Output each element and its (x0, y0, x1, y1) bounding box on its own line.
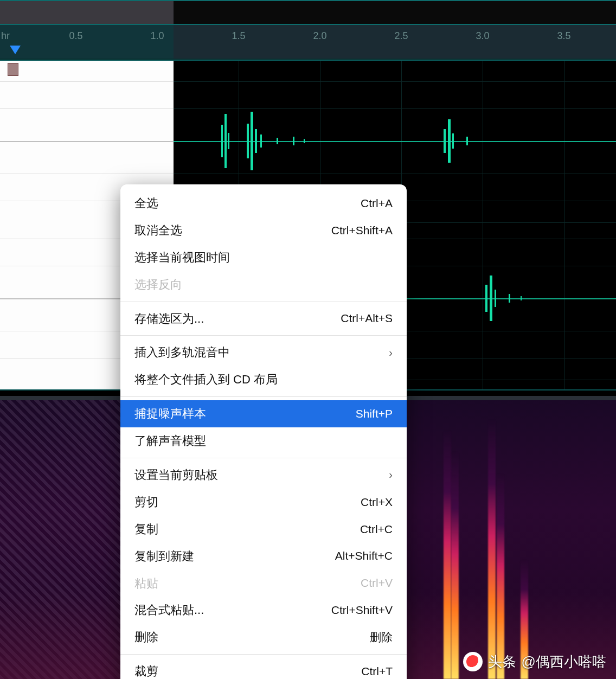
playhead-icon[interactable] (10, 46, 21, 54)
menu-item-shortcut: Alt+Shift+C (335, 548, 393, 564)
menu-item-label: 设置当前剪贴板 (134, 466, 218, 484)
menu-item-shortcut: Ctrl+V (361, 575, 393, 591)
marker-flag-icon[interactable] (8, 63, 18, 76)
menu-item: 粘贴Ctrl+V (120, 570, 407, 597)
spectrogram-energy (488, 419, 496, 679)
chevron-right-icon: › (389, 345, 393, 361)
context-menu: 全选Ctrl+A取消全选Ctrl+Shift+A选择当前视图时间选择反向存储选区… (120, 184, 407, 679)
menu-item[interactable]: 设置当前剪贴板› (120, 462, 407, 489)
menu-item[interactable]: 将整个文件插入到 CD 布局 (120, 366, 407, 393)
menu-item-label: 删除 (134, 629, 158, 646)
menu-item[interactable]: 存储选区为...Ctrl+Alt+S (120, 305, 407, 332)
menu-item-label: 粘贴 (134, 575, 158, 592)
watermark-handle: @偶西小嗒嗒 (522, 652, 606, 671)
menu-separator (120, 396, 407, 397)
menu-separator (120, 302, 407, 302)
menu-item-label: 剪切 (134, 494, 158, 511)
menu-separator (120, 335, 407, 336)
ruler-tick: 3.5 (557, 30, 570, 42)
grid-line (483, 60, 483, 390)
watermark: 头条 @偶西小嗒嗒 (463, 652, 606, 671)
menu-item-shortcut: Ctrl+C (360, 521, 393, 537)
menu-item-shortcut: 删除 (370, 629, 393, 645)
menu-item-shortcut: Ctrl+Shift+A (331, 222, 393, 239)
menu-item[interactable]: 全选Ctrl+A (120, 190, 407, 217)
menu-item[interactable]: 裁剪Ctrl+T (120, 658, 407, 679)
ruler-tick: 2.0 (313, 30, 326, 42)
spectrogram-energy (451, 451, 459, 679)
time-ruler[interactable]: hr 0.51.01.52.02.53.03.5 (0, 25, 616, 60)
menu-item-label: 复制到新建 (134, 548, 194, 565)
menu-item-label: 全选 (134, 195, 158, 212)
menu-item-label: 将整个文件插入到 CD 布局 (134, 371, 278, 388)
grid-line (564, 60, 564, 390)
menu-item[interactable]: 复制到新建Alt+Shift+C (120, 543, 407, 570)
toutiao-logo-icon (463, 652, 483, 671)
menu-separator (120, 458, 407, 458)
menu-item[interactable]: 插入到多轨混音中› (120, 339, 407, 366)
menu-item[interactable]: 复制Ctrl+C (120, 516, 407, 543)
menu-item[interactable]: 取消全选Ctrl+Shift+A (120, 217, 407, 244)
spectrogram-energy (444, 430, 451, 679)
menu-item-label: 选择反向 (134, 276, 182, 293)
ruler-selection (0, 25, 174, 59)
menu-item-label: 取消全选 (134, 222, 182, 239)
menu-separator (120, 654, 407, 655)
menu-item-shortcut: Shift+P (356, 406, 393, 422)
ruler-tick: 1.0 (150, 30, 164, 42)
menu-item-shortcut: Ctrl+Shift+V (331, 602, 393, 618)
menu-item-label: 选择当前视图时间 (134, 249, 230, 266)
menu-item-label: 捕捉噪声样本 (134, 405, 206, 422)
menu-item-shortcut: Ctrl+T (361, 663, 393, 679)
menu-item-label: 插入到多轨混音中 (134, 344, 230, 361)
overview-selection (0, 1, 174, 24)
menu-item-label: 复制 (134, 521, 158, 538)
menu-item-label: 存储选区为... (134, 310, 204, 328)
ruler-tick: 1.5 (232, 30, 245, 42)
menu-item[interactable]: 了解声音模型 (120, 427, 407, 454)
menu-item-shortcut: Ctrl+Alt+S (341, 310, 393, 326)
menu-item[interactable]: 选择当前视图时间 (120, 244, 407, 271)
menu-item[interactable]: 剪切Ctrl+X (120, 489, 407, 516)
spectrogram-energy (497, 473, 504, 679)
menu-item-shortcut: Ctrl+A (361, 195, 393, 212)
menu-item-label: 裁剪 (134, 663, 158, 679)
menu-item[interactable]: 捕捉噪声样本Shift+P (120, 400, 407, 427)
menu-item[interactable]: 删除删除 (120, 624, 407, 651)
ruler-tick: 3.0 (476, 30, 489, 42)
ruler-tick: 2.5 (394, 30, 408, 42)
chevron-right-icon: › (389, 467, 393, 483)
overview-strip[interactable] (0, 0, 616, 25)
ruler-unit-label: hr (1, 30, 10, 42)
menu-item: 选择反向 (120, 271, 407, 298)
ruler-tick: 0.5 (69, 30, 82, 42)
menu-item[interactable]: 混合式粘贴...Ctrl+Shift+V (120, 597, 407, 624)
menu-item-shortcut: Ctrl+X (361, 494, 393, 510)
menu-item-label: 了解声音模型 (134, 432, 206, 450)
menu-item-label: 混合式粘贴... (134, 601, 204, 619)
watermark-prefix: 头条 (488, 652, 516, 671)
